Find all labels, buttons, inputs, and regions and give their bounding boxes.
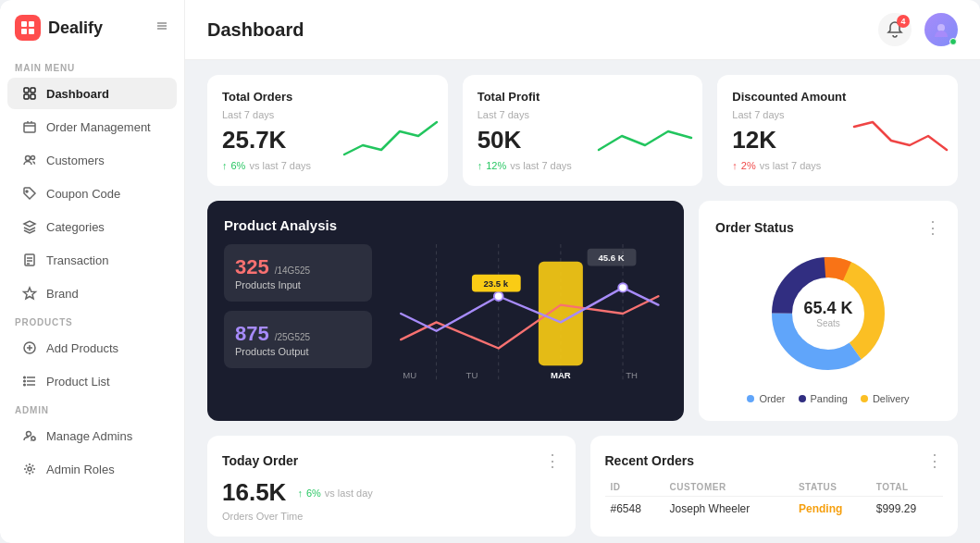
collapse-icon[interactable] <box>155 19 169 38</box>
sidebar-item-dashboard[interactable]: Dashboard <box>7 78 177 109</box>
svg-point-26 <box>24 376 26 378</box>
svg-point-39 <box>618 283 627 291</box>
sidebar-item-label: Add Products <box>46 341 118 355</box>
pa-output-code: /25G525 <box>275 332 310 342</box>
ro-title: Recent Orders <box>605 453 694 468</box>
sidebar-item-add-products[interactable]: Add Products <box>7 332 177 364</box>
pa-body: 325 /14G525 Products Input 875 /25G525 P… <box>224 244 667 383</box>
vs-label: vs last 7 days <box>760 160 822 171</box>
sidebar-item-categories[interactable]: Categories <box>7 211 177 242</box>
col-total: TOTAL <box>871 478 943 497</box>
svg-text:MU: MU <box>403 370 416 380</box>
col-customer: CUSTOMER <box>664 478 793 497</box>
stat-card-total-profit: Total Profit Last 7 days 50K ↑ 12% vs la… <box>463 75 703 186</box>
arrow-down-icon: ↑ <box>732 160 738 171</box>
sidebar-item-coupon[interactable]: Coupon Code <box>7 178 177 209</box>
recent-orders-menu[interactable]: ⋮ <box>926 450 943 471</box>
svg-marker-19 <box>24 288 36 299</box>
stat-chart-1 <box>344 117 437 167</box>
pa-output-num: 875 <box>235 322 269 346</box>
products-label: PRODUCTS <box>0 310 184 331</box>
stat-card-total-orders: Total Orders Last 7 days 25.7K ↑ 6% vs l… <box>207 75 448 186</box>
svg-point-31 <box>28 467 31 471</box>
table-header-row: ID CUSTOMER STATUS TOTAL <box>605 478 944 497</box>
os-menu-button[interactable]: ⋮ <box>924 217 941 238</box>
sidebar: Dealify MAIN MENU Dashboard Order Manage… <box>0 0 185 543</box>
sidebar-item-brand[interactable]: Brand <box>7 278 177 309</box>
svg-point-30 <box>31 437 35 440</box>
svg-rect-7 <box>24 88 29 93</box>
status-badge: Pending <box>799 502 842 515</box>
svg-rect-0 <box>21 21 27 27</box>
avatar <box>924 13 958 46</box>
stat-label: Total Orders <box>222 90 433 104</box>
sidebar-item-transaction[interactable]: Transaction <box>7 244 177 276</box>
bc-title: Today Order <box>222 453 298 468</box>
svg-point-38 <box>494 292 503 301</box>
sidebar-item-label: Coupon Code <box>46 187 120 201</box>
sidebar-item-manage-admins[interactable]: Manage Admins <box>7 420 177 451</box>
stat-label: Total Profit <box>478 90 688 104</box>
svg-point-14 <box>26 191 28 192</box>
ro-header: Recent Orders ⋮ <box>605 450 944 471</box>
sidebar-item-product-list[interactable]: Product List <box>7 365 177 397</box>
svg-rect-11 <box>24 123 35 132</box>
sidebar-item-label: Dashboard <box>46 87 109 101</box>
pa-input-label: Products Input <box>235 279 361 290</box>
sidebar-item-label: Admin Roles <box>46 463 115 476</box>
pa-stat-output: 875 /25G525 Products Output <box>224 311 372 368</box>
sidebar-item-label: Transaction <box>46 253 108 267</box>
sidebar-item-admin-roles[interactable]: Admin Roles <box>7 453 177 485</box>
vs-label: vs last 7 days <box>510 160 572 171</box>
os-title: Order Status <box>715 220 794 235</box>
svg-point-13 <box>31 156 35 160</box>
header: Dashboard 4 <box>185 0 980 60</box>
change-pct: 12% <box>486 160 506 171</box>
today-vs: vs last day <box>325 487 373 499</box>
table-row: #6548 Joseph Wheeler Pending $999.29 <box>605 497 944 522</box>
settings-icon <box>22 462 37 476</box>
header-actions: 4 <box>878 13 958 46</box>
stat-label: Discounted Amount <box>732 90 943 104</box>
users-icon <box>22 153 37 167</box>
box-icon <box>22 119 37 134</box>
middle-row: Product Analysis 325 /14G525 Products In… <box>207 201 958 421</box>
sidebar-item-label: Categories <box>46 220 105 234</box>
pa-input-code: /14G525 <box>275 265 310 276</box>
donut-label: 65.4 K Seats <box>803 299 852 328</box>
content-area: Total Orders Last 7 days 25.7K ↑ 6% vs l… <box>185 60 980 543</box>
legend-dot-order <box>747 395 754 402</box>
svg-rect-9 <box>24 94 29 99</box>
svg-point-32 <box>937 24 945 31</box>
change-pct: 6% <box>231 160 246 171</box>
pa-input-num: 325 <box>235 255 269 279</box>
admin-label: ADMIN <box>0 398 184 419</box>
bc-header: Today Order ⋮ <box>222 450 561 471</box>
svg-rect-3 <box>29 29 34 34</box>
notification-button[interactable]: 4 <box>878 13 912 46</box>
arrow-up-icon: ↑ <box>297 487 303 499</box>
tag-icon <box>22 186 37 201</box>
legend-label-panding: Panding <box>811 393 848 404</box>
svg-rect-2 <box>21 29 27 34</box>
today-order-sub: Orders Over Time <box>222 511 561 522</box>
svg-point-28 <box>24 384 26 386</box>
app-name: Dealify <box>48 19 103 38</box>
order-status-card: Order Status ⋮ <box>699 201 958 421</box>
main-content: Dashboard 4 Total Orders Last 7 days 25.… <box>185 0 980 543</box>
legend-dot-delivery <box>861 395 868 402</box>
row-customer: Joseph Wheeler <box>664 497 793 522</box>
today-order-menu[interactable]: ⋮ <box>544 450 561 471</box>
donut-container: 65.4 K Seats Order Panding <box>715 249 941 404</box>
svg-rect-8 <box>31 88 35 93</box>
bottom-row: Today Order ⋮ 16.5K ↑ 6% vs last day Ord… <box>207 436 958 537</box>
sidebar-item-customers[interactable]: Customers <box>7 144 177 176</box>
sidebar-item-order-management[interactable]: Order Management <box>7 111 177 142</box>
sidebar-item-label: Product List <box>46 375 110 389</box>
today-order-value: 16.5K <box>222 478 286 507</box>
logo-icon <box>15 15 41 41</box>
legend-item-delivery: Delivery <box>861 393 910 404</box>
svg-rect-10 <box>31 94 35 99</box>
product-analysis-card: Product Analysis 325 /14G525 Products In… <box>207 201 684 421</box>
legend-dot-panding <box>799 395 806 402</box>
